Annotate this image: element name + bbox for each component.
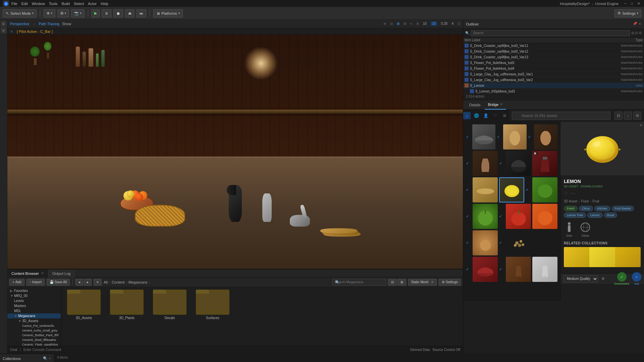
minimize-button[interactable]: ─ xyxy=(623,1,628,6)
outliner-settings-icon[interactable]: ⚙ xyxy=(639,31,642,35)
tag-fruit-basket[interactable]: Fruit Basket xyxy=(612,206,634,211)
tree-3d-assets[interactable]: ▼ 3D_Assets xyxy=(7,318,61,323)
tag-fresh[interactable]: Fresh xyxy=(564,206,578,211)
view-tab-path-tracing[interactable]: Path Tracing xyxy=(39,22,59,26)
bridge-tab-close-btn[interactable]: ✕ xyxy=(500,102,503,107)
vp-icon-4[interactable]: ≡ xyxy=(410,22,412,25)
eject-button[interactable]: ⏏ xyxy=(125,9,135,17)
bnav-heart[interactable]: ♡ xyxy=(491,112,499,119)
all-button[interactable]: ≡ xyxy=(94,279,102,286)
vp-icon-last[interactable]: ⊡ xyxy=(458,22,460,25)
tree-ceramic-flask[interactable]: Ceramic_Flask_ugygthdva xyxy=(7,342,61,346)
maximize-button[interactable]: □ xyxy=(629,1,635,6)
more-options-btn[interactable]: ⋯ xyxy=(570,191,575,196)
favorite-btn[interactable]: ♡ xyxy=(564,191,568,196)
asset-thumb-black-pot[interactable] xyxy=(506,151,531,176)
filter-clear[interactable]: ✕ xyxy=(431,280,434,284)
menu-select[interactable]: Select xyxy=(74,2,84,6)
tree-megascans[interactable]: ▼ Megascans xyxy=(7,313,61,318)
asset-thumb-vase[interactable] xyxy=(473,151,498,176)
bnav-user[interactable]: 👤 xyxy=(482,112,489,119)
forward-button[interactable]: ▸ xyxy=(84,279,92,286)
close-icon[interactable]: ✕ xyxy=(639,123,643,128)
close-detail-btn[interactable]: ✕ xyxy=(639,123,643,128)
outliner-item-1[interactable]: S_Drink_Coaster_uq4lfjkw_lod3_Var12 Stat… xyxy=(463,49,644,54)
tree-masters[interactable]: Masters xyxy=(7,303,61,308)
asset-thumb-white-cup[interactable] xyxy=(532,257,557,282)
outliner-item-8[interactable]: S_Lemon_th5jddwva_lod3 StaticMeshActor xyxy=(463,88,644,93)
folder-3d-plants[interactable]: 3D_Plants xyxy=(107,290,147,320)
menu-build[interactable]: Build xyxy=(62,2,70,6)
menu-actor[interactable]: Actor xyxy=(88,2,97,6)
asset-thumb-egg2[interactable] xyxy=(534,124,557,149)
quality-select[interactable]: Medium Quality xyxy=(563,275,598,283)
collection-thumb[interactable] xyxy=(564,247,641,267)
outliner-search-input[interactable] xyxy=(471,30,630,36)
outliner-filter-icon[interactable]: ⊟ xyxy=(635,31,638,35)
static-mesh-filter[interactable]: Static Mesh ✕ xyxy=(408,279,437,286)
outliner-item-7[interactable]: S_Lemon Actor xyxy=(463,83,644,88)
sidebar-icon-2[interactable]: ⊞ xyxy=(1,27,7,34)
tree-cactus[interactable]: Cactus_Pot_uenkewvfa xyxy=(7,323,61,328)
size-option-sphere[interactable]: Gloss xyxy=(580,222,591,237)
outliner-item-0[interactable]: S_Drink_Coaster_uq4lfjkw_lod3_Var11 Stat… xyxy=(463,43,644,49)
folder-decals[interactable]: Decals xyxy=(150,290,190,320)
path-food[interactable]: Food xyxy=(581,199,589,203)
view-tab-perspective[interactable]: Perspective xyxy=(10,22,29,26)
tree-levels[interactable]: Levels xyxy=(7,298,61,303)
step-button[interactable]: ⏭ xyxy=(137,9,146,17)
asset-thumb-red-tomato[interactable] xyxy=(506,204,531,229)
import-button[interactable]: ↑ Import xyxy=(26,279,45,286)
bnav-home[interactable]: ⌂ xyxy=(463,112,471,119)
content-browser-close[interactable]: ✕ xyxy=(41,271,44,276)
asset-thumb-wood-cup[interactable] xyxy=(506,257,531,282)
platforms-button[interactable]: 🖥 Platforms ▾ xyxy=(153,9,182,17)
tag-lemon[interactable]: Lemon xyxy=(587,213,603,218)
search-input[interactable] xyxy=(332,279,386,286)
bnav-monitor[interactable]: 🖥 xyxy=(501,112,508,119)
asset-thumb-small-round[interactable] xyxy=(473,230,498,255)
tree-cement[interactable]: cement_curbs_small_grey xyxy=(7,328,61,333)
tab-output-log[interactable]: Output Log xyxy=(48,269,75,278)
source-control-label[interactable]: Source Control Off xyxy=(432,348,460,352)
asset-thumb-lime[interactable] xyxy=(532,177,557,202)
view-tab-show[interactable]: Show xyxy=(62,22,71,26)
vp-icon-3[interactable]: ⊠ xyxy=(404,22,406,25)
path-fruit[interactable]: Fruit xyxy=(593,199,599,203)
menu-window[interactable]: Window xyxy=(32,2,45,6)
folder-3d-assets[interactable]: 3D_Assets xyxy=(64,290,104,320)
tree-mrq[interactable]: ▼ MRQ_00 xyxy=(7,293,61,298)
mode-button[interactable]: ↖ Select Mode ▾ xyxy=(3,9,37,17)
asset-thumb-bowl[interactable] xyxy=(472,124,496,149)
tree-mdl[interactable]: MDL xyxy=(7,308,61,313)
bridge-download-btn[interactable]: ↓ xyxy=(624,112,632,120)
outliner-pin-btn[interactable]: 📌 xyxy=(633,22,637,26)
vp-icon-5[interactable]: ⊞ xyxy=(416,22,419,25)
snap-btn[interactable]: ⊞ ▾ xyxy=(57,9,69,17)
stop-button[interactable]: ⏹ xyxy=(113,9,123,17)
sidebar-icon-1[interactable]: ⊞ xyxy=(1,21,7,27)
vp-icon-grid[interactable]: ⊞ xyxy=(397,22,399,25)
tree-ceramic-bowl[interactable]: Ceramic_Bowl_tlfkbaahw xyxy=(7,338,61,342)
path-3d-asset[interactable]: 3D Asset xyxy=(564,199,577,203)
bridge-tab-bridge[interactable]: Bridge ✕ xyxy=(485,100,506,110)
breadcrumb-megascans[interactable]: Megascans xyxy=(128,280,147,284)
bnav-globe[interactable]: 🌐 xyxy=(473,112,480,119)
tab-content-browser[interactable]: Content Browser ✕ xyxy=(7,269,48,278)
bridge-tab-details[interactable]: Details xyxy=(466,100,484,110)
viewport[interactable] xyxy=(7,35,463,269)
outliner-item-4[interactable]: S_Flower_Pot_tlulehkva_lod4 StaticMeshAc… xyxy=(463,66,644,71)
outliner-close-btn[interactable]: ✕ xyxy=(638,22,641,26)
save-all-button[interactable]: 💾 Save All xyxy=(47,279,70,286)
settings-cb-btn[interactable]: ⚙ Settings xyxy=(439,279,461,286)
menu-file[interactable]: File xyxy=(11,2,17,6)
asset-thumb-red-bowl[interactable] xyxy=(473,257,498,282)
tree-favorites[interactable]: ▶ Favorites xyxy=(7,288,61,293)
add-button[interactable]: + Add xyxy=(9,279,24,286)
menu-edit[interactable]: Edit xyxy=(21,2,28,6)
asset-thumb-orange[interactable] xyxy=(532,204,557,229)
breadcrumb-all[interactable]: All xyxy=(104,280,108,284)
filter-btn[interactable]: ⊟ xyxy=(388,279,397,286)
settings-button[interactable]: ⚙ Settings ▾ xyxy=(614,9,641,17)
play-button[interactable]: ▶ xyxy=(92,9,100,17)
